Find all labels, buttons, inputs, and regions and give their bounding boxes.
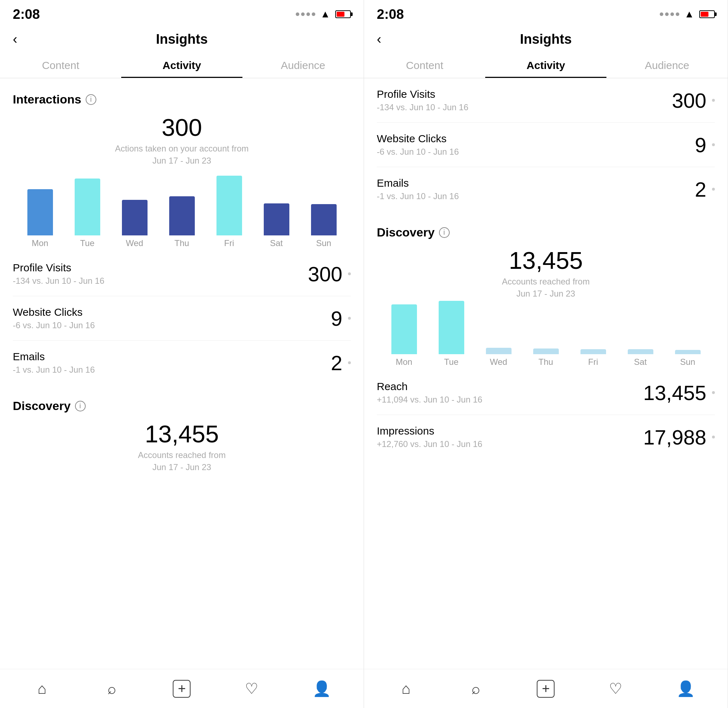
signal-dots-right: [660, 12, 679, 16]
discovery-sub-left: Accounts reached from Jun 17 - Jun 23: [13, 449, 351, 473]
home-icon-left: ⌂: [38, 680, 46, 697]
nav-heart-right[interactable]: ♡: [601, 675, 630, 703]
bar-mon: [27, 189, 53, 235]
tab-activity-right[interactable]: Activity: [485, 53, 606, 78]
nav-search-left[interactable]: ⌕: [98, 675, 126, 703]
tab-content-right[interactable]: Content: [364, 53, 485, 78]
back-button-right[interactable]: ‹: [377, 32, 381, 47]
discovery-title-right: Discovery: [377, 225, 435, 239]
stat-sub-left-1: -6 vs. Jun 10 - Jun 16: [13, 321, 300, 330]
add-icon-left: +: [173, 680, 191, 698]
bottom-stat-row-right-0: Reach+11,094 vs. Jun 10 - Jun 1613,455: [377, 370, 715, 415]
top-stat-row-right-0: Profile Visits-134 vs. Jun 10 - Jun 1630…: [377, 78, 715, 123]
bottom-nav-right: ⌂ ⌕ + ♡ 👤: [364, 669, 728, 708]
status-time-left: 2:08: [13, 7, 40, 22]
discovery-sub-right: Accounts reached from Jun 17 - Jun 23: [377, 276, 715, 299]
bar-col-fri: Fri: [206, 176, 253, 248]
stat-value-left-1: 9: [300, 306, 342, 330]
page-title-left: Insights: [13, 32, 351, 47]
disc-bar-col-thu: Thu: [522, 348, 569, 367]
discovery-header-left: Discovery i: [13, 399, 351, 413]
bar-col-sun: Sun: [300, 204, 347, 248]
top-stat-sub-right-1: -6 vs. Jun 10 - Jun 16: [377, 147, 664, 157]
discovery-header-right: Discovery i: [377, 225, 715, 239]
discovery-info-icon-right[interactable]: i: [439, 227, 450, 238]
disc-bar-label-sat: Sat: [634, 357, 647, 367]
nav-add-left[interactable]: +: [168, 675, 196, 703]
disc-bar-label-thu: Thu: [538, 357, 553, 367]
discovery-chart-right: MonTueWedThuFriSatSun: [377, 310, 715, 367]
disc-bar-col-fri: Fri: [569, 349, 617, 367]
discovery-title-left: Discovery: [13, 399, 71, 413]
top-stat-name-right-0: Profile Visits: [377, 88, 664, 100]
disc-bar-sat: [628, 349, 653, 354]
stat-value-left-0: 300: [300, 262, 342, 286]
top-stat-value-right-1: 9: [664, 133, 706, 157]
discovery-info-icon-left[interactable]: i: [75, 401, 86, 411]
interactions-info-icon[interactable]: i: [86, 94, 96, 105]
disc-bar-col-wed: Wed: [475, 348, 522, 367]
bar-label-sun: Sun: [316, 238, 331, 248]
bar-label-thu: Thu: [175, 238, 189, 248]
tabs-right: Content Activity Audience: [364, 53, 728, 78]
interactions-big-number: 300: [13, 113, 351, 141]
interactions-header: Interactions i: [13, 93, 351, 106]
bottom-stat-name-right-0: Reach: [377, 380, 643, 393]
bottom-nav-left: ⌂ ⌕ + ♡ 👤: [0, 669, 364, 708]
nav-profile-left[interactable]: 👤: [307, 675, 336, 703]
bottom-stat-dot-right-1: [712, 435, 715, 438]
nav-profile-right[interactable]: 👤: [672, 675, 700, 703]
stat-sub-left-0: -134 vs. Jun 10 - Jun 16: [13, 276, 300, 286]
tab-audience-right[interactable]: Audience: [606, 53, 728, 78]
bar-sat: [264, 203, 289, 235]
tab-audience-left[interactable]: Audience: [242, 53, 364, 78]
battery-icon-left: [335, 10, 351, 18]
header-right: ‹ Insights: [364, 26, 728, 53]
nav-add-right[interactable]: +: [531, 675, 560, 703]
add-icon-right: +: [537, 680, 554, 698]
nav-home-left[interactable]: ⌂: [28, 675, 56, 703]
top-stat-dot-right-0: [712, 99, 715, 102]
left-panel: 2:08 ▲ ‹ Insights Content Activity Audie…: [0, 0, 364, 708]
bar-tue: [75, 178, 100, 235]
bottom-stat-value-right-1: 17,988: [643, 425, 706, 449]
bar-label-sat: Sat: [270, 238, 282, 248]
heart-icon-left: ♡: [245, 680, 258, 697]
stat-name-left-2: Emails: [13, 351, 300, 363]
disc-bar-thu: [533, 348, 559, 354]
nav-heart-left[interactable]: ♡: [237, 675, 266, 703]
top-stat-dot-right-1: [712, 143, 715, 146]
disc-bar-col-tue: Tue: [428, 301, 475, 367]
top-stat-sub-right-0: -134 vs. Jun 10 - Jun 16: [377, 102, 664, 112]
bar-col-thu: Thu: [158, 196, 206, 248]
stat-row-left-1: Website Clicks-6 vs. Jun 10 - Jun 169: [13, 296, 351, 341]
bar-fri: [217, 176, 242, 235]
bottom-stat-sub-right-0: +11,094 vs. Jun 10 - Jun 16: [377, 395, 643, 405]
stat-value-left-2: 2: [300, 351, 342, 375]
status-time-right: 2:08: [377, 7, 404, 22]
back-button-left[interactable]: ‹: [13, 32, 17, 47]
nav-search-right[interactable]: ⌕: [462, 675, 490, 703]
tabs-left: Content Activity Audience: [0, 53, 364, 78]
disc-bar-label-mon: Mon: [396, 357, 412, 367]
page-title-right: Insights: [377, 32, 715, 47]
top-stat-name-right-1: Website Clicks: [377, 133, 664, 145]
top-stat-row-right-2: Emails-1 vs. Jun 10 - Jun 162: [377, 167, 715, 211]
content-left: Interactions i 300 Actions taken on your…: [0, 78, 364, 669]
disc-bar-wed: [486, 348, 511, 354]
bottom-stat-sub-right-1: +12,760 vs. Jun 10 - Jun 16: [377, 439, 643, 449]
bottom-stat-info-right-0: Reach+11,094 vs. Jun 10 - Jun 16: [377, 380, 643, 405]
disc-bar-label-wed: Wed: [490, 357, 507, 367]
disc-bar-fri: [580, 349, 606, 354]
tab-activity-left[interactable]: Activity: [121, 53, 242, 78]
stat-info-left-1: Website Clicks-6 vs. Jun 10 - Jun 16: [13, 306, 300, 330]
content-right: Profile Visits-134 vs. Jun 10 - Jun 1630…: [364, 78, 728, 669]
bar-sun: [311, 204, 337, 235]
stat-sub-left-2: -1 vs. Jun 10 - Jun 16: [13, 365, 300, 375]
discovery-big-number-right: 13,455: [377, 247, 715, 274]
wifi-icon-left: ▲: [320, 9, 330, 20]
interactions-chart: MonTueWedThuFriSatSun: [13, 177, 351, 248]
signal-dots-left: [296, 12, 315, 16]
tab-content-left[interactable]: Content: [0, 53, 121, 78]
nav-home-right[interactable]: ⌂: [392, 675, 420, 703]
